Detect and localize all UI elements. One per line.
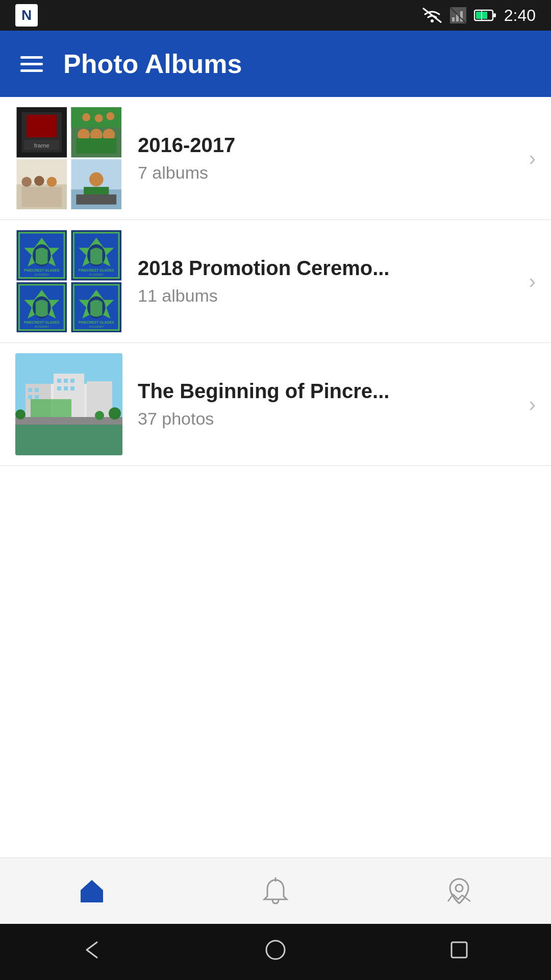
chevron-right-icon: › bbox=[529, 393, 536, 416]
svg-point-80 bbox=[456, 885, 463, 892]
thumbnail-cell: PINECREST GLADES ACADEMY bbox=[15, 282, 68, 333]
album-info: The Beginning of Pincre... 37 photos bbox=[122, 380, 529, 429]
svg-rect-67 bbox=[64, 379, 68, 383]
svg-rect-9 bbox=[493, 13, 496, 17]
album-item[interactable]: frame bbox=[0, 97, 551, 220]
nav-map-button[interactable] bbox=[423, 871, 495, 912]
album-count: 37 photos bbox=[138, 409, 514, 429]
album-title: 2016-2017 bbox=[138, 134, 514, 157]
album-title: 2018 Promotion Ceremo... bbox=[138, 257, 514, 280]
bell-icon bbox=[260, 876, 291, 906]
svg-rect-78 bbox=[88, 895, 96, 902]
svg-point-81 bbox=[266, 941, 285, 959]
android-back-button[interactable] bbox=[79, 937, 105, 967]
thumbnail-cell: PINECREST GLADES ACADEMY bbox=[70, 282, 123, 333]
svg-rect-66 bbox=[57, 379, 61, 383]
battery-icon bbox=[474, 8, 496, 22]
thumbnail-cell: PINECREST GLADES ACADEMY bbox=[15, 230, 68, 281]
album-info: 2018 Promotion Ceremo... 11 albums bbox=[122, 257, 529, 306]
svg-rect-13 bbox=[27, 115, 57, 137]
svg-text:PINECREST GLADES: PINECREST GLADES bbox=[78, 268, 114, 272]
android-nav-bar bbox=[0, 924, 551, 980]
map-icon bbox=[444, 876, 474, 906]
album-item[interactable]: The Beginning of Pincre... 37 photos › bbox=[0, 343, 551, 466]
svg-rect-69 bbox=[57, 386, 61, 390]
app-header: Photo Albums bbox=[0, 31, 551, 97]
svg-text:ACADEMY: ACADEMY bbox=[89, 325, 104, 328]
svg-point-75 bbox=[109, 407, 121, 420]
svg-text:PINECREST GLADES: PINECREST GLADES bbox=[24, 320, 60, 324]
status-time: 2:40 bbox=[504, 6, 536, 25]
svg-rect-57 bbox=[15, 420, 122, 455]
album-thumbnail-single bbox=[15, 353, 122, 455]
thumbnail-cell: frame bbox=[15, 107, 68, 158]
bottom-nav bbox=[0, 857, 551, 924]
home-icon bbox=[77, 876, 107, 906]
svg-point-24 bbox=[106, 112, 114, 120]
svg-point-27 bbox=[21, 177, 32, 187]
svg-text:PINECREST GLADES: PINECREST GLADES bbox=[78, 320, 114, 324]
album-thumbnail-grid: frame bbox=[15, 107, 122, 209]
svg-point-29 bbox=[47, 177, 57, 187]
svg-rect-82 bbox=[452, 942, 467, 958]
svg-rect-72 bbox=[31, 399, 71, 420]
album-item[interactable]: PINECREST GLADES ACADEMY PINECREST GLADE… bbox=[0, 220, 551, 343]
svg-text:ACADEMY: ACADEMY bbox=[89, 273, 104, 276]
svg-point-28 bbox=[34, 176, 44, 186]
svg-rect-20 bbox=[76, 138, 116, 154]
svg-point-33 bbox=[89, 172, 103, 186]
album-count: 11 albums bbox=[138, 286, 514, 306]
svg-rect-71 bbox=[70, 386, 74, 390]
chevron-right-icon: › bbox=[529, 270, 536, 293]
thumbnail-cell bbox=[15, 159, 68, 210]
nav-notifications-button[interactable] bbox=[240, 871, 311, 912]
chevron-right-icon: › bbox=[529, 147, 536, 170]
svg-rect-30 bbox=[21, 187, 62, 207]
hamburger-menu-button[interactable] bbox=[20, 56, 43, 72]
svg-rect-63 bbox=[35, 388, 39, 392]
svg-point-76 bbox=[95, 411, 104, 420]
android-recent-button[interactable] bbox=[446, 937, 472, 967]
svg-point-22 bbox=[82, 113, 90, 121]
album-count: 7 albums bbox=[138, 163, 514, 183]
svg-rect-35 bbox=[76, 194, 116, 204]
svg-point-0 bbox=[431, 19, 434, 22]
svg-text:ACADEMY: ACADEMY bbox=[34, 325, 49, 328]
albums-list: frame bbox=[0, 97, 551, 466]
svg-rect-65 bbox=[35, 395, 39, 399]
svg-rect-70 bbox=[64, 386, 68, 390]
thumbnail-cell: PINECREST GLADES ACADEMY bbox=[70, 230, 123, 281]
album-thumbnail-grid: PINECREST GLADES ACADEMY PINECREST GLADE… bbox=[15, 230, 122, 332]
thumbnail-cell bbox=[70, 159, 123, 210]
album-title: The Beginning of Pincre... bbox=[138, 380, 514, 403]
album-info: 2016-2017 7 albums bbox=[122, 134, 529, 183]
app-logo: N bbox=[15, 4, 38, 27]
svg-point-74 bbox=[15, 409, 26, 420]
svg-text:PINECREST GLADES: PINECREST GLADES bbox=[24, 268, 60, 272]
svg-point-23 bbox=[94, 114, 103, 122]
svg-rect-68 bbox=[70, 379, 74, 383]
svg-rect-3 bbox=[452, 17, 455, 21]
thumbnail-cell bbox=[70, 107, 123, 158]
svg-rect-62 bbox=[28, 388, 32, 392]
signal-icon bbox=[450, 7, 466, 23]
wifi-icon bbox=[422, 7, 442, 23]
nav-home-button[interactable] bbox=[56, 871, 128, 912]
page-title: Photo Albums bbox=[63, 48, 242, 79]
svg-text:ACADEMY: ACADEMY bbox=[34, 273, 49, 276]
svg-text:frame: frame bbox=[34, 142, 50, 149]
svg-rect-73 bbox=[15, 417, 122, 425]
status-icons: 2:40 bbox=[422, 6, 536, 25]
android-home-button[interactable] bbox=[263, 937, 288, 967]
svg-rect-64 bbox=[28, 395, 32, 399]
status-bar: N 2:40 bbox=[0, 0, 551, 31]
